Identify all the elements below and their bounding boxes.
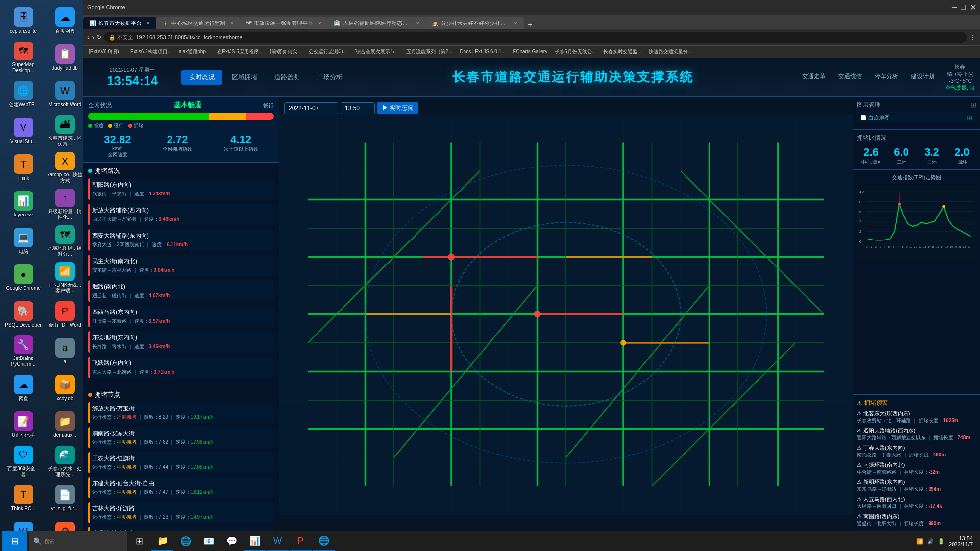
taskbar-ppt[interactable]: P (290, 531, 312, 551)
desktop-icon-update[interactable]: ↑ 升级新增量...情性化... (44, 186, 86, 223)
desktop-icon-jadypad[interactable]: 📋 JadyPad.db (44, 39, 86, 76)
browser-tab[interactable]: 📊长春市大数据平台✕ (83, 17, 156, 29)
taskbar-wechat[interactable]: 💬 (220, 531, 243, 551)
bookmark-item[interactable]: 在ExtJS 5应用程序... (214, 48, 266, 56)
taskbar-task-view[interactable]: ⊞ (128, 531, 150, 551)
stats-row: 32.82 km/h 全网速度 2.72 全网拥堵指数 4.12 次 (88, 133, 274, 158)
header-nav-item[interactable]: 交通走革 (796, 70, 832, 84)
header-nav-item[interactable]: 停车分析 (869, 70, 904, 84)
desktop-icon-img: 📊 (14, 191, 33, 211)
tab-label: 市政设施一张图管理平台 (254, 20, 313, 27)
desktop-icon-baidu[interactable]: ☁ 百度网盘 (44, 2, 86, 39)
desktop-icon-supermap[interactable]: 🗺 SuperMap Desktop... (2, 39, 44, 76)
browser-tab[interactable]: 🚦中心城区交通运行监测✕ (156, 17, 240, 29)
bookmark-item[interactable]: [前端]如何实... (267, 48, 304, 56)
desktop-icon-city[interactable]: 🏙 长春市建筑...区仿真... (44, 113, 86, 149)
desktop-icon-vs[interactable]: V Visual Stu... (2, 113, 44, 149)
desktop-icon-webwf[interactable]: 🌐 创建WebTF... (2, 76, 44, 113)
desktop-icon-sqlite[interactable]: 🗄 ccplan.sqlite (2, 2, 44, 39)
browser-tab[interactable]: 🗺市政设施一张图管理平台✕ (240, 17, 328, 29)
tab-close-button[interactable]: ✕ (318, 20, 322, 26)
desktop-icon-uznote[interactable]: 📝 U正小记手 (2, 407, 44, 443)
extensions-button[interactable]: ⋮ (969, 33, 976, 41)
desktop-icon-baiduwp[interactable]: 🛡 百度360安全...器 (2, 443, 44, 480)
tab-close-button[interactable]: ✕ (146, 20, 150, 26)
email-icon: 📧 (203, 536, 214, 547)
desktop-icon-dem[interactable]: 📁 dem.aux... (44, 407, 86, 443)
taskbar-email[interactable]: 📧 (197, 531, 220, 551)
desktop-icon-think[interactable]: T Think (2, 149, 44, 186)
header-tab[interactable]: 广场分析 (309, 70, 350, 85)
bookmark-item[interactable]: [综合会展次展示节... (351, 48, 402, 56)
realtime-button[interactable]: ▶ 实时态况 (377, 102, 418, 114)
bookmark-item[interactable]: 快速路交通流量分... (646, 48, 695, 56)
browser-tab[interactable]: 👨‍⚕️分少林大夫好不好分少林大夫大...✕ (426, 17, 524, 29)
desktop-icon-googlechrome[interactable]: ● Google Chrome (2, 260, 44, 296)
taskbar-chrome[interactable]: 🌐 (313, 531, 335, 551)
header-nav-item[interactable]: 建设计划 (905, 70, 940, 84)
desktop-icon-word[interactable]: W Microsoft Word (44, 76, 86, 113)
forward-button[interactable]: › (92, 33, 95, 41)
white-map-button[interactable]: 白底地图 ⊞ (857, 112, 976, 123)
road-congestion-title: 拥堵路况 (88, 167, 274, 175)
bookmark-item[interactable]: Docs | Ext JS 6.0.1... (457, 48, 508, 55)
taskbar-file-explorer[interactable]: 📁 (151, 531, 173, 551)
reload-button[interactable]: ↻ (97, 34, 101, 41)
bookmark-item[interactable]: 长春实时交通监... (600, 48, 644, 56)
node-name: 浦南路·安家大街 (92, 430, 271, 438)
warning-icon: ⚠ (857, 400, 862, 407)
desktop-icon-xcdy[interactable]: 📦 xcdy.db (44, 370, 86, 407)
desktop-icon-map[interactable]: 🗺 地域地图经...组对分... (44, 223, 86, 260)
desktop-icon-yt[interactable]: 📄 yt_z_g_fuc... (44, 480, 86, 517)
road-name: 新放大路辅路(西内向) (92, 206, 271, 215)
bookmark-item[interactable]: 长春6月份无线公... (552, 48, 599, 56)
desktop-icon-label: U正小记手 (12, 432, 35, 438)
bookmark-item[interactable]: Extjs6.2构建项目... (127, 48, 174, 56)
maximize-button[interactable]: □ (961, 3, 966, 12)
desktop-icon-xampp[interactable]: X xampp-co...快捷方式 (44, 149, 86, 186)
bookmark-item[interactable]: ajax通用php... (176, 48, 213, 56)
tab-close-button[interactable]: ✕ (514, 20, 518, 26)
header-tab[interactable]: 区域拥堵 (224, 70, 265, 85)
close-button[interactable]: ✕ (970, 3, 976, 12)
date-input[interactable] (284, 102, 338, 114)
taskbar-edge[interactable]: 🌐 (174, 531, 196, 551)
desktop-icon-layercsv[interactable]: 📊 layer.csv (2, 186, 44, 223)
volume-icon: 🔊 (927, 538, 934, 545)
desktop-icon-changchun[interactable]: 🌊 长春市大水...处理系统... (44, 443, 86, 480)
new-tab-button[interactable]: + (524, 21, 536, 29)
taskbar-clock[interactable]: 13:54 2022/11/7 (949, 535, 973, 547)
bookmark-item[interactable]: 公交运行监测印... (306, 48, 350, 56)
desktop-icon-tplink[interactable]: 📶 TP-LINK无线...客户端... (44, 260, 86, 296)
url-bar[interactable]: 🔒 不安全 192.168.253.31:8085/lts/cc_fcd/hom… (104, 32, 967, 43)
bookmark-item[interactable]: 五月流能系列（第2... (403, 48, 455, 56)
taskbar-search[interactable]: 🔍 搜索 (29, 531, 127, 551)
header-tab[interactable]: 实时态况 (181, 70, 222, 85)
desktop-icon-psql[interactable]: 🐘 PSQL Developer (2, 296, 44, 333)
header-nav-item[interactable]: 交通统结 (833, 70, 868, 84)
road-name: 东德地街(东内向) (92, 334, 271, 342)
desktop-icon-a[interactable]: a a (44, 333, 86, 370)
desktop-icon-think2[interactable]: T Think-PC... (2, 480, 44, 517)
taskbar-word[interactable]: W (267, 531, 289, 551)
desktop-icon-label: Think-PC... (11, 506, 35, 512)
back-button[interactable]: ‹ (87, 33, 90, 41)
desktop-icon-diandao[interactable]: 💻 电脑 (2, 223, 44, 260)
taskbar-excel[interactable]: 📊 (244, 531, 266, 551)
desktop-icon-pdfword[interactable]: P 金山PDF Word (44, 296, 86, 333)
desktop-icon-wang[interactable]: ☁ 网盘 (2, 370, 44, 407)
bookmark-item[interactable]: [ExtjsV6.0(旧)... (86, 48, 126, 56)
tab-close-button[interactable]: ✕ (416, 20, 420, 26)
cong-route: 长春收费站→北二环辅路 ｜ 拥堵长度：1625m (857, 417, 976, 424)
start-button[interactable]: ⊞ (2, 531, 27, 551)
map-mgmt-icon[interactable]: ⊞ (970, 101, 976, 109)
bookmark-item[interactable]: ECharts Gallery (510, 48, 551, 55)
header-tab[interactable]: 道路盖测 (267, 70, 308, 85)
road-speed: 3.71km/h (154, 369, 175, 375)
time-input[interactable] (341, 102, 375, 114)
tab-close-button[interactable]: ✕ (230, 20, 234, 26)
minimize-button[interactable]: ─ (952, 3, 957, 12)
browser-tab[interactable]: 🏥吉林省辅助医院医疗动态态势公式...✕ (328, 17, 426, 29)
desktop-icon-jetbrains[interactable]: 🔧 JetBrains PyCharm... (2, 333, 44, 370)
white-map-copy-icon[interactable]: ⊞ (966, 114, 972, 121)
